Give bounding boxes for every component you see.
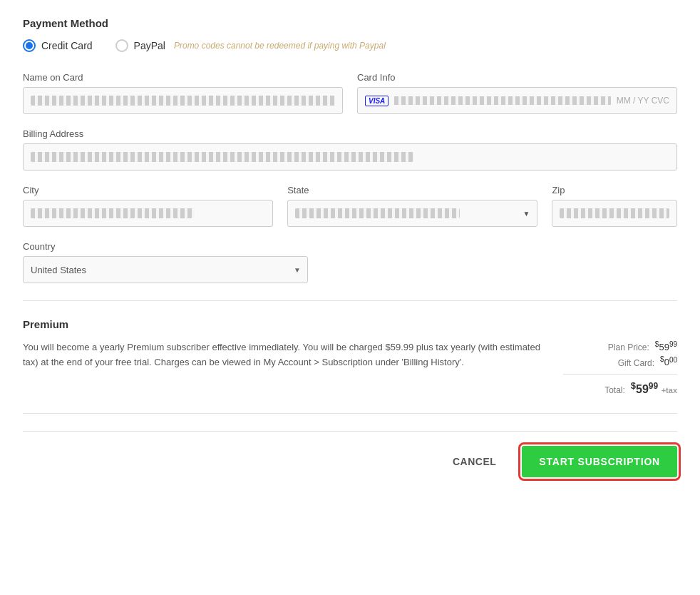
gift-card-value: $000: [660, 355, 677, 367]
country-select[interactable]: United States Canada United Kingdom: [23, 256, 308, 283]
card-info-group: Card Info VISA MM / YY CVC: [357, 72, 677, 114]
billing-address-label: Billing Address: [23, 128, 677, 139]
action-bar: CANCEL START SUBSCRIPTION: [23, 431, 677, 492]
card-info-label: Card Info: [357, 72, 677, 83]
city-group: City: [23, 185, 273, 227]
country-label: Country: [23, 241, 308, 252]
name-on-card-label: Name on Card: [23, 72, 343, 83]
card-number-mask: [394, 96, 610, 105]
plan-price-label: Plan Price:: [608, 342, 649, 352]
payment-method-row: Credit Card PayPal Promo codes cannot be…: [23, 39, 677, 52]
name-on-card-input[interactable]: [23, 87, 343, 114]
billing-address-group: Billing Address: [23, 128, 677, 171]
total-value: $5999 +tax: [631, 380, 677, 396]
total-label: Total:: [604, 385, 625, 395]
name-on-card-group: Name on Card: [23, 72, 343, 114]
zip-input[interactable]: [552, 200, 677, 227]
country-group: Country United States Canada United King…: [23, 241, 308, 283]
zip-group: Zip: [552, 185, 677, 227]
name-card-row: Name on Card Card Info VISA MM / YY CVC: [23, 72, 677, 114]
total-row: Total: $5999 +tax: [563, 374, 677, 396]
card-info-input[interactable]: VISA MM / YY CVC: [357, 87, 677, 114]
paypal-option[interactable]: PayPal Promo codes cannot be redeemed if…: [115, 39, 386, 52]
paypal-note: Promo codes cannot be redeemed if paying…: [174, 41, 386, 51]
total-tax: +tax: [662, 386, 677, 395]
credit-card-label: Credit Card: [41, 40, 93, 51]
start-subscription-button[interactable]: START SUBSCRIPTION: [522, 446, 677, 477]
zip-mask: [560, 208, 669, 218]
premium-section: Premium You will become a yearly Premium…: [23, 318, 677, 396]
billing-address-input[interactable]: [23, 143, 677, 171]
state-label: State: [287, 185, 537, 195]
plan-price-value: $5999: [655, 340, 677, 352]
state-select[interactable]: ▼: [287, 200, 537, 227]
premium-pricing: Plan Price: $5999 Gift Card: $000 Total:…: [563, 340, 677, 396]
city-mask: [31, 208, 195, 218]
premium-description: You will become a yearly Premium subscri…: [23, 340, 542, 370]
divider-2: [23, 413, 677, 414]
payment-method-title: Payment Method: [23, 17, 677, 29]
credit-card-radio[interactable]: [23, 39, 36, 52]
zip-label: Zip: [552, 185, 677, 195]
gift-card-row: Gift Card: $000: [563, 355, 677, 367]
state-mask: [295, 208, 459, 218]
plan-price-row: Plan Price: $5999: [563, 340, 677, 352]
visa-icon: VISA: [365, 96, 388, 106]
state-group: State ▼: [287, 185, 537, 227]
card-date-cvc: MM / YY CVC: [617, 96, 669, 106]
city-label: City: [23, 185, 273, 195]
credit-card-option[interactable]: Credit Card: [23, 39, 93, 52]
state-chevron-icon: ▼: [523, 210, 530, 218]
name-mask: [31, 96, 335, 106]
city-input[interactable]: [23, 200, 273, 227]
city-state-zip-row: City State ▼ Zip: [23, 185, 677, 227]
divider-1: [23, 300, 677, 301]
cancel-button[interactable]: CANCEL: [438, 447, 510, 476]
billing-address-mask: [31, 152, 414, 162]
paypal-radio[interactable]: [115, 39, 128, 52]
premium-title: Premium: [23, 318, 677, 330]
gift-card-label: Gift Card:: [618, 358, 654, 368]
paypal-label: PayPal: [134, 40, 165, 51]
country-select-wrapper: United States Canada United Kingdom: [23, 256, 308, 283]
premium-content: You will become a yearly Premium subscri…: [23, 340, 677, 396]
